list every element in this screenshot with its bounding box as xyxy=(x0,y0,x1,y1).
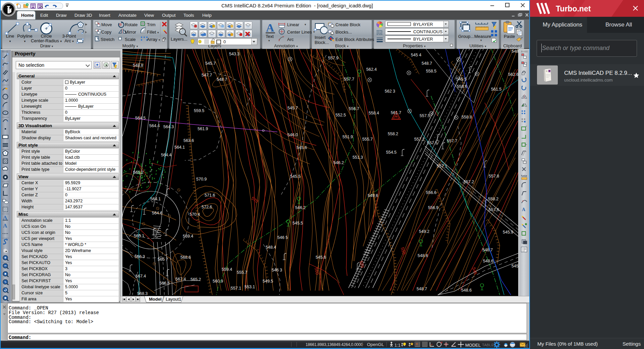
svg-text:565.1: 565.1 xyxy=(134,234,144,238)
svg-text:557.6: 557.6 xyxy=(489,207,499,212)
svg-text:546 5: 546 5 xyxy=(277,235,288,240)
svg-text:567.4: 567.4 xyxy=(136,274,146,279)
svg-text:567.4: 567.4 xyxy=(175,277,186,282)
svg-text:557.1: 557.1 xyxy=(437,164,447,168)
svg-text:545.5: 545.5 xyxy=(456,77,467,82)
svg-text:555.7: 555.7 xyxy=(237,270,247,275)
svg-text:562.4: 562.4 xyxy=(366,67,377,72)
svg-text:568.3: 568.3 xyxy=(137,291,148,296)
svg-text:558.6: 558.6 xyxy=(457,84,467,89)
svg-text:557.1: 557.1 xyxy=(231,286,241,291)
svg-text:558.5: 558.5 xyxy=(426,69,436,73)
svg-text:Model: Model xyxy=(149,297,162,302)
svg-text:A: A xyxy=(3,214,7,221)
svg-text:556.9: 556.9 xyxy=(428,205,438,210)
svg-text:564.1: 564.1 xyxy=(174,145,185,150)
svg-text:557.7: 557.7 xyxy=(447,139,457,143)
svg-text:557.5: 557.5 xyxy=(420,113,430,118)
svg-text:548.7: 548.7 xyxy=(417,287,427,291)
svg-text:549.2: 549.2 xyxy=(419,229,429,234)
svg-text:548.6: 548.6 xyxy=(418,253,428,258)
svg-text:566.3: 566.3 xyxy=(135,254,145,259)
svg-text:553.1: 553.1 xyxy=(245,285,255,289)
svg-text:557.8: 557.8 xyxy=(489,174,499,179)
svg-text:0: 0 xyxy=(223,39,226,44)
svg-text:545.9: 545.9 xyxy=(503,230,513,235)
svg-text:557.2: 557.2 xyxy=(414,137,425,142)
svg-text:556.7: 556.7 xyxy=(349,106,359,111)
svg-text:549.6: 549.6 xyxy=(368,193,378,198)
svg-text:546.2: 546.2 xyxy=(295,205,306,210)
svg-text:564.6: 564.6 xyxy=(152,211,162,215)
svg-text:569.4: 569.4 xyxy=(183,234,193,239)
svg-text:Layout1: Layout1 xyxy=(166,297,181,302)
svg-text:557.5: 557.5 xyxy=(427,141,437,145)
svg-text:543.3: 543.3 xyxy=(229,52,239,56)
svg-text:561.9: 561.9 xyxy=(198,127,208,131)
svg-text:548.6: 548.6 xyxy=(461,288,472,293)
svg-text:564.4: 564.4 xyxy=(161,153,171,157)
svg-text:548.8: 548.8 xyxy=(133,63,143,68)
svg-text:559.5: 559.5 xyxy=(194,108,204,113)
svg-text:561.7: 561.7 xyxy=(391,110,401,115)
svg-text:558.4: 558.4 xyxy=(369,111,379,115)
svg-text:564.5: 564.5 xyxy=(135,116,146,120)
svg-text:545.6: 545.6 xyxy=(512,264,518,268)
svg-text:565.2: 565.2 xyxy=(191,277,201,282)
svg-text:A: A xyxy=(522,207,526,212)
svg-text:A: A xyxy=(266,21,274,34)
svg-text:559.4: 559.4 xyxy=(222,267,232,272)
svg-text:545.7: 545.7 xyxy=(205,61,216,66)
svg-text:545.7: 545.7 xyxy=(287,106,298,110)
svg-text:564.3: 564.3 xyxy=(163,124,174,129)
svg-text:561.5: 561.5 xyxy=(491,87,501,92)
svg-text:545.5: 545.5 xyxy=(290,174,301,179)
svg-text:562 3: 562 3 xyxy=(385,89,395,94)
svg-text:570.4: 570.4 xyxy=(190,212,200,217)
svg-text:572.6: 572.6 xyxy=(202,205,212,209)
svg-text:546.0: 546.0 xyxy=(287,133,298,137)
svg-text:545 4: 545 4 xyxy=(411,53,421,57)
svg-text:556.6: 556.6 xyxy=(426,190,436,195)
svg-text:560.9: 560.9 xyxy=(213,279,223,284)
svg-text:A: A xyxy=(3,222,7,229)
svg-text:558.2: 558.2 xyxy=(488,197,498,201)
svg-text:565.2: 565.2 xyxy=(133,170,144,175)
svg-text:548.4: 548.4 xyxy=(266,245,276,250)
svg-text:564.4: 564.4 xyxy=(149,123,160,128)
svg-text:555.7: 555.7 xyxy=(362,137,373,142)
svg-text:551.9: 551.9 xyxy=(342,135,353,139)
svg-text:557.2: 557.2 xyxy=(464,180,474,184)
svg-text:564.1: 564.1 xyxy=(150,197,161,201)
svg-text:548.7: 548.7 xyxy=(512,49,518,54)
svg-text:548 7: 548 7 xyxy=(217,77,227,82)
svg-text:547.7: 547.7 xyxy=(202,73,212,78)
svg-text:545.6: 545.6 xyxy=(316,255,326,260)
svg-text:554.5: 554.5 xyxy=(386,150,396,155)
svg-text:549.5: 549.5 xyxy=(263,279,273,284)
svg-text:566.6: 566.6 xyxy=(159,281,170,286)
svg-text:557.9: 557.9 xyxy=(328,56,338,60)
svg-text:570.9: 570.9 xyxy=(196,177,207,182)
svg-text:548.7: 548.7 xyxy=(422,61,432,66)
svg-text:563.6: 563.6 xyxy=(183,138,194,143)
svg-text:545.6: 545.6 xyxy=(297,145,307,150)
svg-text:546.2: 546.2 xyxy=(333,160,344,165)
svg-text:551.3: 551.3 xyxy=(353,155,363,160)
svg-text:545.5: 545.5 xyxy=(292,221,303,226)
svg-text:562.6: 562.6 xyxy=(508,72,518,77)
svg-text:558.2: 558.2 xyxy=(388,132,398,136)
svg-text:557.7: 557.7 xyxy=(344,77,354,82)
svg-text:571.6: 571.6 xyxy=(205,193,215,198)
svg-text:548.6: 548.6 xyxy=(483,259,493,263)
svg-text:565 7: 565 7 xyxy=(158,257,168,262)
svg-text:552.5: 552.5 xyxy=(335,113,346,117)
svg-text:546 3: 546 3 xyxy=(272,268,282,272)
svg-text:548.7: 548.7 xyxy=(482,248,493,252)
svg-text:558.8: 558.8 xyxy=(462,115,472,119)
svg-text:568.6: 568.6 xyxy=(180,255,191,260)
